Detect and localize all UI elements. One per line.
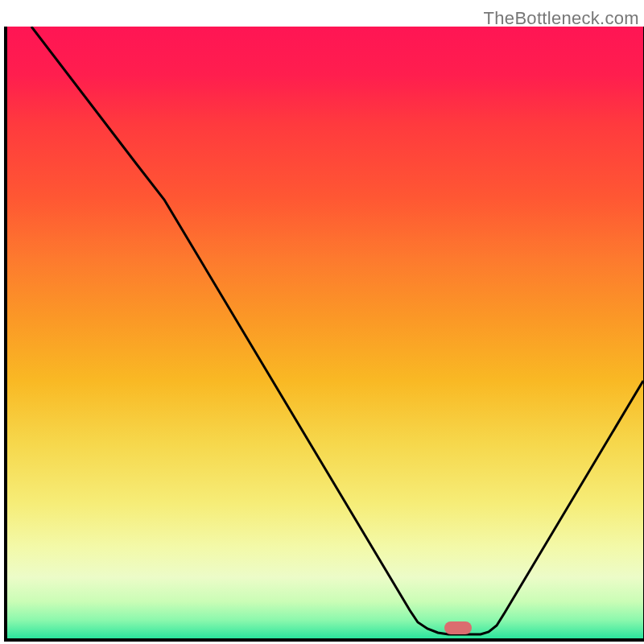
chart-marker (444, 621, 472, 634)
chart-frame (4, 27, 644, 642)
gradient-background (7, 27, 643, 638)
watermark-text: TheBottleneck.com (484, 8, 639, 29)
